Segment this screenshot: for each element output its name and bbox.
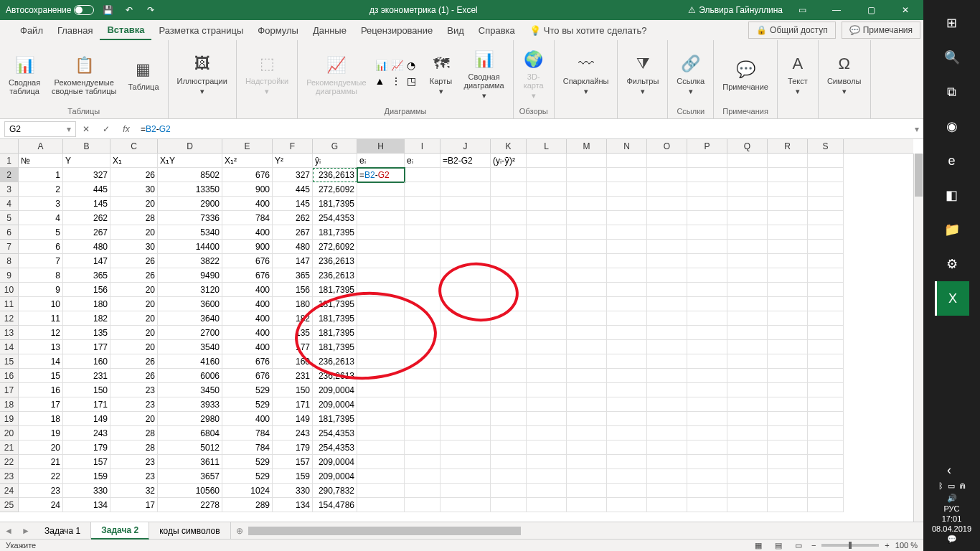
cell[interactable]: 365 [273, 268, 313, 283]
cell[interactable]: 3933 [158, 397, 222, 412]
cell[interactable] [440, 369, 491, 383]
cell[interactable] [808, 441, 844, 455]
cell[interactable] [808, 383, 844, 397]
cell[interactable]: 272,6092 [313, 182, 357, 197]
cell[interactable] [440, 168, 491, 182]
cell[interactable] [405, 225, 440, 240]
view-pagebreak-icon[interactable]: ▭ [791, 540, 806, 550]
cell[interactable] [567, 311, 607, 326]
cell[interactable] [440, 283, 491, 297]
cell[interactable] [808, 197, 844, 211]
cell[interactable] [727, 240, 768, 254]
cell[interactable] [768, 197, 808, 211]
cell[interactable]: 5 [19, 225, 63, 240]
cell[interactable]: 13350 [158, 182, 222, 197]
task-view-icon[interactable]: ⧉ [935, 75, 969, 109]
cell[interactable] [607, 469, 647, 484]
cell[interactable] [647, 455, 687, 469]
cell[interactable]: 2900 [158, 197, 222, 211]
cell[interactable]: 236,2613 [313, 369, 357, 383]
row-header[interactable]: 20 [0, 426, 18, 441]
cell[interactable]: Y² [273, 154, 313, 168]
cell[interactable] [768, 498, 808, 512]
cell[interactable] [607, 154, 647, 168]
cell[interactable] [647, 326, 687, 340]
cell[interactable] [440, 182, 491, 197]
cell[interactable] [405, 340, 440, 354]
column-header[interactable]: P [687, 139, 727, 153]
cell[interactable] [440, 383, 491, 397]
cell[interactable]: 10560 [158, 484, 222, 498]
ribbon-options-icon[interactable]: ▭ [787, 0, 817, 20]
cell[interactable] [440, 426, 491, 441]
cell[interactable]: 28 [110, 426, 158, 441]
close-icon[interactable]: ✕ [890, 0, 920, 20]
cell[interactable] [405, 469, 440, 484]
cell[interactable]: 180 [273, 297, 313, 311]
cell[interactable]: 267 [63, 225, 110, 240]
cell[interactable]: 8502 [158, 168, 222, 182]
cell[interactable] [647, 369, 687, 383]
cell[interactable] [527, 211, 567, 225]
cell[interactable] [647, 211, 687, 225]
cell[interactable] [527, 369, 567, 383]
cell[interactable]: 160 [63, 354, 110, 369]
sheet-tab[interactable]: Задача 1 [34, 522, 91, 540]
cell[interactable] [357, 311, 405, 326]
cell[interactable] [687, 484, 727, 498]
cell[interactable] [405, 441, 440, 455]
cell[interactable] [491, 268, 527, 283]
cell[interactable] [567, 441, 607, 455]
comments-button[interactable]: 💬 Примечания [842, 22, 920, 39]
row-header[interactable]: 5 [0, 211, 18, 225]
cell[interactable]: 171 [273, 397, 313, 412]
cell[interactable] [357, 326, 405, 340]
cell[interactable]: 209,0004 [313, 383, 357, 397]
column-header[interactable]: Q [727, 139, 768, 153]
cell[interactable]: 20 [110, 311, 158, 326]
cell[interactable] [607, 383, 647, 397]
cell[interactable] [527, 225, 567, 240]
cell[interactable]: 445 [63, 182, 110, 197]
undo-icon[interactable]: ↶ [121, 2, 137, 18]
cell[interactable] [527, 283, 567, 297]
zoom-out-icon[interactable]: − [811, 541, 816, 550]
cell[interactable]: 135 [273, 326, 313, 340]
cell[interactable] [687, 455, 727, 469]
cell[interactable] [491, 283, 527, 297]
cell[interactable] [727, 297, 768, 311]
cell[interactable] [527, 498, 567, 512]
cell[interactable]: 149 [273, 412, 313, 426]
cell[interactable] [491, 340, 527, 354]
cell[interactable] [405, 240, 440, 254]
cell[interactable] [687, 311, 727, 326]
cell[interactable]: 157 [273, 455, 313, 469]
cell[interactable]: 327 [273, 168, 313, 182]
cell[interactable] [687, 340, 727, 354]
spreadsheet-grid[interactable]: ABCDEFGHIJKLMNOPQRS 12345678910111213141… [0, 139, 923, 522]
cell[interactable]: 365 [63, 268, 110, 283]
cell[interactable] [357, 297, 405, 311]
cell[interactable] [768, 441, 808, 455]
cell[interactable]: 159 [63, 469, 110, 484]
row-header[interactable]: 13 [0, 326, 18, 340]
cell[interactable] [440, 197, 491, 211]
cell[interactable] [647, 412, 687, 426]
cell[interactable] [808, 426, 844, 441]
cell[interactable] [687, 283, 727, 297]
cell[interactable] [727, 326, 768, 340]
cell[interactable]: 181,7395 [313, 283, 357, 297]
cell[interactable]: 236,2613 [313, 354, 357, 369]
cell[interactable]: 1 [19, 168, 63, 182]
cell[interactable] [527, 268, 567, 283]
cell[interactable] [405, 311, 440, 326]
cell[interactable] [768, 426, 808, 441]
cell[interactable]: 3640 [158, 311, 222, 326]
cell[interactable] [357, 498, 405, 512]
symbols-button[interactable]: ΩСимволы ▾ [824, 51, 864, 98]
column-header[interactable]: A [19, 139, 63, 153]
cell[interactable] [607, 254, 647, 268]
cell[interactable] [527, 168, 567, 182]
cell[interactable]: 9 [19, 283, 63, 297]
cell[interactable] [808, 254, 844, 268]
